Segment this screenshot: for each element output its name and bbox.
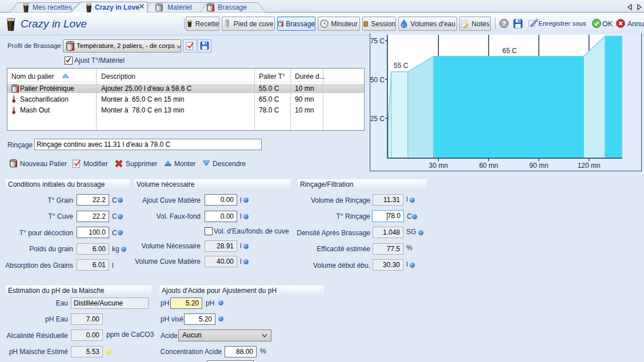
svg-text:Matériel: Matériel	[167, 3, 192, 11]
svg-text:Mes recettes: Mes recettes	[33, 3, 72, 11]
svg-text:30 mn: 30 mn	[429, 162, 448, 170]
svg-text:25 C: 25 C	[370, 115, 385, 123]
svg-text:60 mn: 60 mn	[479, 162, 498, 170]
svg-text:50 C: 50 C	[370, 76, 385, 84]
svg-text:120 mn: 120 mn	[578, 162, 601, 170]
svg-text:Brassage: Brassage	[218, 3, 247, 11]
svg-text:Crazy in Love: Crazy in Love	[95, 3, 139, 11]
svg-text:75 C: 75 C	[370, 37, 385, 45]
svg-text:90 mn: 90 mn	[529, 162, 548, 170]
svg-text:55 C: 55 C	[394, 62, 409, 70]
svg-text:65 C: 65 C	[502, 47, 517, 55]
